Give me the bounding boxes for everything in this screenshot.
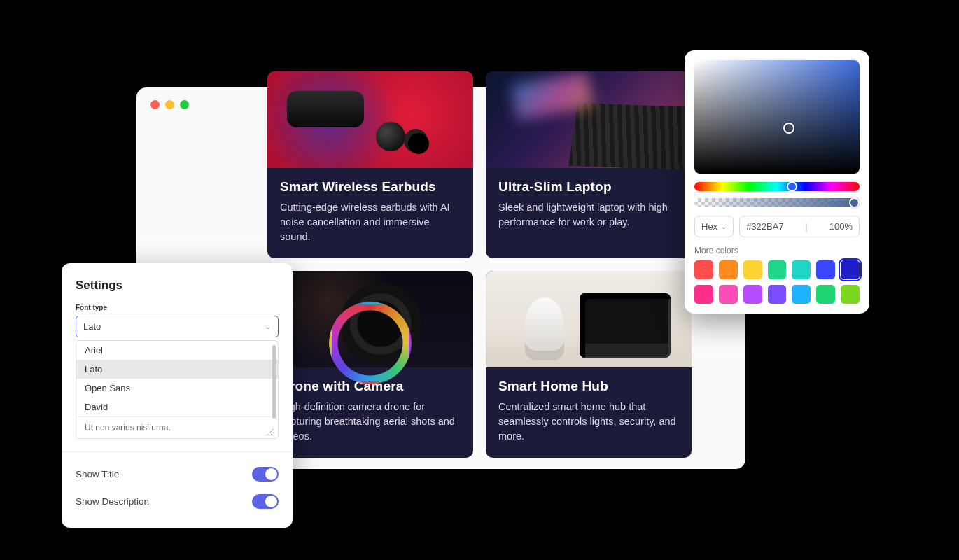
show-description-label: Show Description: [76, 496, 149, 507]
show-title-label: Show Title: [76, 469, 119, 479]
color-swatch[interactable]: [719, 260, 738, 279]
color-swatch[interactable]: [792, 285, 811, 304]
color-saturation-field[interactable]: [694, 60, 860, 174]
product-card-earbuds[interactable]: Smart Wireless Earbuds Cutting-edge wire…: [267, 71, 473, 258]
color-value-input[interactable]: #322BA7 | 100%: [739, 216, 860, 237]
product-card-laptop[interactable]: Ultra-Slim Laptop Sleek and lightweight …: [486, 71, 692, 258]
chevron-down-icon: ⌄: [265, 322, 271, 331]
product-card-hub[interactable]: Smart Home Hub Centralized smart home hu…: [486, 271, 692, 458]
product-image-earbuds: [267, 71, 473, 168]
color-swatch[interactable]: [694, 285, 713, 304]
font-type-value: Lato: [83, 321, 101, 332]
font-type-dropdown: Ariel Lato Open Sans David Ut non varius…: [76, 340, 279, 439]
settings-panel: Settings Font type Lato ⌄ Ariel Lato Ope…: [62, 263, 293, 528]
color-format-value: Hex: [701, 221, 718, 232]
font-option-lato[interactable]: Lato: [76, 360, 278, 379]
font-type-label: Font type: [76, 304, 279, 312]
font-type-select[interactable]: Lato ⌄: [76, 316, 279, 337]
color-swatch[interactable]: [719, 285, 738, 304]
opacity-slider-thumb[interactable]: [849, 197, 860, 208]
product-image-drone: [267, 271, 473, 368]
more-colors-label: More colors: [694, 246, 860, 255]
color-field-cursor[interactable]: [783, 122, 794, 134]
product-description: High-definition camera drone for capturi…: [280, 400, 461, 444]
show-description-toggle[interactable]: [252, 494, 279, 509]
opacity-slider[interactable]: [694, 198, 860, 207]
color-swatch[interactable]: [743, 260, 762, 279]
hex-value: #322BA7: [746, 221, 784, 232]
color-swatch[interactable]: [816, 260, 835, 279]
product-image-laptop: [486, 71, 692, 168]
product-title: Smart Home Hub: [498, 379, 679, 394]
window-traffic-lights: [150, 100, 189, 109]
color-swatch[interactable]: [743, 285, 762, 304]
show-title-toggle[interactable]: [252, 467, 279, 482]
product-cards-grid: Smart Wireless Earbuds Cutting-edge wire…: [267, 71, 692, 458]
toggle-row-show-description: Show Description: [76, 488, 279, 515]
value-separator: |: [805, 221, 807, 232]
font-option-ariel[interactable]: Ariel: [76, 341, 278, 360]
product-description: Centralized smart home hub that seamless…: [498, 400, 679, 444]
product-description: Sleek and lightweight laptop with high p…: [498, 200, 679, 230]
traffic-light-minimize-icon[interactable]: [165, 100, 174, 109]
hue-slider[interactable]: [694, 182, 860, 191]
color-swatch[interactable]: [816, 285, 835, 304]
traffic-light-zoom-icon[interactable]: [180, 100, 189, 109]
color-swatch[interactable]: [768, 285, 787, 304]
settings-title: Settings: [76, 279, 279, 293]
color-picker-panel: Hex ⌄ #322BA7 | 100% More colors: [685, 50, 869, 314]
font-option-david[interactable]: David: [76, 398, 278, 416]
toggle-row-show-title: Show Title: [76, 461, 279, 488]
color-swatch[interactable]: [694, 260, 713, 279]
settings-divider: [62, 451, 293, 452]
traffic-light-close-icon[interactable]: [150, 100, 160, 109]
color-swatch[interactable]: [768, 260, 787, 279]
color-swatch[interactable]: [841, 285, 860, 304]
product-title: Ultra-Slim Laptop: [498, 179, 679, 195]
product-description: Cutting-edge wireless earbuds with AI no…: [280, 200, 461, 244]
color-format-select[interactable]: Hex ⌄: [694, 216, 734, 237]
product-image-hub: [486, 271, 692, 368]
color-swatch-grid: [694, 260, 860, 304]
product-title: Smart Wireless Earbuds: [280, 179, 461, 195]
dropdown-hint-text: Ut non varius nisi urna.: [76, 416, 278, 438]
hue-slider-thumb[interactable]: [787, 181, 797, 192]
font-option-opensans[interactable]: Open Sans: [76, 379, 278, 398]
chevron-down-icon: ⌄: [721, 223, 727, 230]
product-card-drone[interactable]: Drone with Camera High-definition camera…: [267, 271, 473, 458]
hub-screen-tiles: [608, 317, 661, 328]
color-swatch[interactable]: [792, 260, 811, 279]
opacity-value: 100%: [830, 221, 853, 232]
color-swatch[interactable]: [841, 260, 860, 279]
